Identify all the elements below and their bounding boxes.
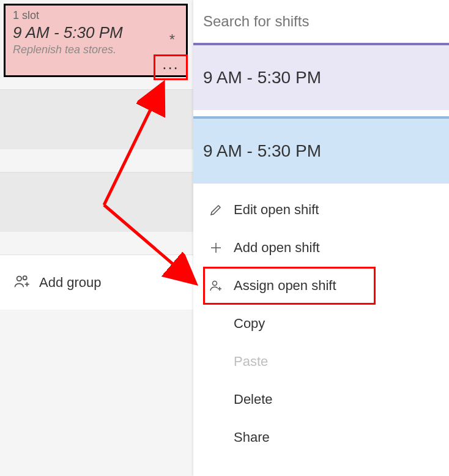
left-panel: 1 slot 9 AM - 5:30 PM Replenish tea stor…: [0, 0, 193, 476]
svg-point-0: [17, 276, 21, 280]
menu-add-open-shift[interactable]: Add open shift: [203, 229, 449, 267]
add-group-icon: [13, 273, 31, 292]
plus-icon: [207, 240, 225, 255]
menu-label: Copy: [234, 316, 265, 332]
menu-label: Edit open shift: [234, 202, 319, 218]
menu-share[interactable]: Share: [203, 418, 449, 456]
shift-result-item[interactable]: 9 AM - 5:30 PM: [193, 116, 449, 184]
add-group-button[interactable]: Add group: [0, 255, 193, 310]
pencil-icon: [207, 203, 225, 217]
menu-label: Share: [234, 430, 270, 445]
shift-result-time: 9 AM - 5:30 PM: [203, 141, 321, 161]
context-menu: Edit open shift Add open shift Assign op…: [193, 191, 449, 456]
search-row: [193, 0, 449, 43]
shift-result-item[interactable]: 9 AM - 5:30 PM: [193, 43, 449, 110]
asterisk-indicator: *: [169, 31, 175, 48]
menu-label: Add open shift: [234, 240, 320, 256]
menu-assign-open-shift[interactable]: Assign open shift: [203, 267, 376, 305]
more-options-button[interactable]: ···: [154, 54, 188, 80]
svg-point-2: [213, 281, 217, 286]
menu-label: Delete: [234, 392, 273, 407]
schedule-row[interactable]: [0, 89, 193, 149]
menu-delete[interactable]: Delete: [203, 381, 449, 418]
menu-label: Paste: [234, 354, 268, 370]
menu-paste: Paste: [203, 343, 449, 381]
menu-copy[interactable]: Copy: [203, 305, 449, 343]
shift-result-time: 9 AM - 5:30 PM: [203, 68, 321, 87]
schedule-row[interactable]: [0, 172, 193, 232]
slot-count-label: 1 slot: [13, 9, 179, 22]
open-shift-card[interactable]: 1 slot 9 AM - 5:30 PM Replenish tea stor…: [4, 4, 188, 77]
menu-label: Assign open shift: [234, 278, 336, 294]
person-plus-icon: [207, 278, 225, 293]
search-input[interactable]: [203, 13, 449, 30]
svg-point-1: [23, 276, 27, 280]
menu-edit-open-shift[interactable]: Edit open shift: [203, 191, 449, 229]
add-group-label: Add group: [39, 275, 102, 291]
shift-time-label: 9 AM - 5:30 PM: [13, 23, 179, 42]
context-menu-panel: 9 AM - 5:30 PM 9 AM - 5:30 PM Edit open …: [193, 0, 449, 476]
